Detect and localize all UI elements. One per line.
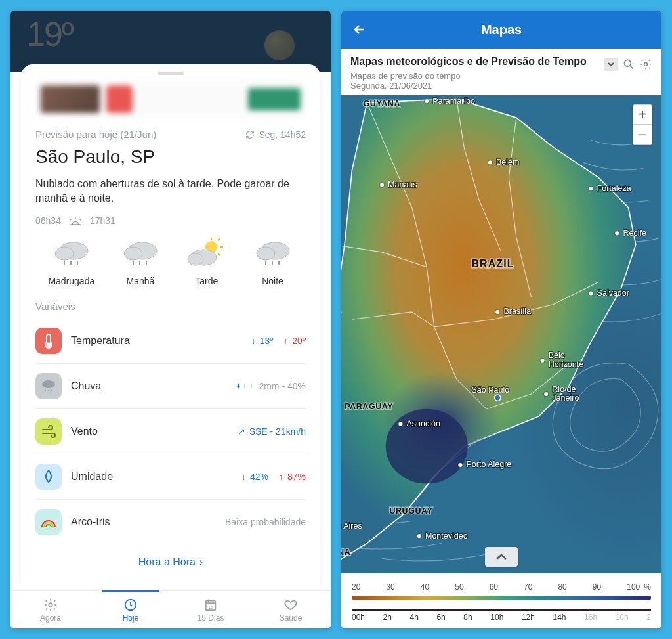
- svg-point-41: [380, 183, 385, 187]
- map-head-title: Mapas meteorológicos e de Previsão de Te…: [350, 55, 598, 68]
- cloud-drizzle-icon: [253, 238, 293, 271]
- svg-text:Porto Alegre: Porto Alegre: [467, 460, 512, 469]
- svg-text:Montevideo: Montevideo: [425, 531, 468, 540]
- wind-icon: [35, 418, 62, 445]
- background-header: 19º: [10, 11, 331, 72]
- updated-time[interactable]: Seg, 14h52: [245, 129, 306, 140]
- condition-text: Nublado com aberturas de sol à tarde. Po…: [35, 177, 306, 206]
- svg-point-24: [45, 390, 46, 391]
- map-viewport[interactable]: GUYANA BRAZIL PARAGUAY URUGUAY IVIA NTIN…: [341, 95, 662, 573]
- var-vento[interactable]: Vento ↗ SSE - 21km/h: [35, 409, 306, 454]
- map-legend: 2030405060708090100 % 00h2h4h6h8h10h12h1…: [341, 573, 662, 628]
- svg-point-22: [47, 343, 51, 346]
- svg-point-63: [417, 534, 421, 539]
- variables-label: Variáveis: [35, 301, 306, 312]
- zoom-in-button[interactable]: +: [633, 105, 652, 125]
- hora-a-hora-button[interactable]: Hora a Hora ›: [35, 544, 306, 571]
- zoom-out-button[interactable]: −: [633, 125, 652, 144]
- zoom-controls: + −: [633, 104, 652, 145]
- var-chuva[interactable]: Chuva 2mm - 40%: [35, 364, 306, 409]
- svg-point-1: [55, 247, 74, 260]
- chevron-down-icon: [607, 60, 615, 68]
- var-name: Chuva: [71, 380, 226, 392]
- map-head-sub: Mapas de previsão do tempo: [350, 71, 598, 81]
- sun-cloud-icon: [186, 238, 227, 271]
- topbar: Mapas: [341, 11, 662, 49]
- var-name: Vento: [71, 426, 228, 437]
- dropdown-button[interactable]: [604, 58, 618, 71]
- map-header: Mapas meteorológicos e de Previsão de Te…: [341, 49, 662, 95]
- sunrise-icon: [68, 215, 83, 226]
- background-sun-icon: [264, 30, 295, 60]
- svg-point-23: [42, 380, 55, 388]
- svg-text:Horizonte: Horizonte: [549, 360, 584, 369]
- humidity-icon: [35, 464, 62, 490]
- label-buenosaires: enos Aires: [341, 521, 362, 531]
- rain-icon: [35, 373, 62, 399]
- svg-text:Belém: Belém: [496, 158, 519, 167]
- period-noite[interactable]: Noite: [253, 238, 293, 286]
- tab-15dias[interactable]: 15 15 Dias: [171, 591, 251, 628]
- svg-point-39: [488, 160, 493, 165]
- svg-point-51: [540, 358, 545, 363]
- tab-agora[interactable]: Agora: [10, 591, 91, 628]
- expand-legend-button[interactable]: [485, 547, 518, 567]
- search-icon[interactable]: [622, 58, 635, 71]
- svg-line-13: [218, 238, 220, 240]
- var-temperatura[interactable]: Temperatura ↓ 13º ↑ 20º: [35, 319, 306, 364]
- gear-icon: [43, 598, 58, 612]
- day-periods: Madrugada Manhã Tarde Noite: [35, 238, 306, 286]
- period-manha[interactable]: Manhã: [120, 238, 161, 286]
- period-label: Noite: [262, 276, 284, 286]
- map-head-date: Segunda, 21/06/2021: [350, 81, 598, 91]
- drag-handle[interactable]: [158, 72, 184, 75]
- period-tarde[interactable]: Tarde: [186, 238, 227, 286]
- bottom-tabbar: Agora Hoje 15 15 Dias Saúde: [10, 590, 331, 628]
- period-madrugada[interactable]: Madrugada: [48, 238, 94, 286]
- svg-text:Brasília: Brasília: [503, 307, 531, 316]
- var-name: Arco-íris: [71, 516, 216, 528]
- sunrise-time: 06h34: [35, 215, 61, 226]
- var-name: Temperatura: [71, 335, 242, 347]
- svg-point-16: [188, 253, 203, 265]
- gear-icon[interactable]: [639, 58, 652, 71]
- svg-text:Fortaleza: Fortaleza: [597, 184, 631, 193]
- tab-hoje[interactable]: Hoje: [91, 591, 171, 628]
- svg-point-25: [48, 390, 49, 391]
- rainbow-icon: [35, 509, 62, 535]
- label-argentina: NTINA: [341, 548, 350, 557]
- arrow-up-icon: ↑: [284, 336, 288, 346]
- calendar-icon: 15: [203, 598, 218, 612]
- arrow-up-icon: ↑: [279, 472, 284, 482]
- heart-icon: [284, 598, 298, 612]
- svg-point-37: [425, 99, 429, 104]
- sunset-time: 17h31: [90, 215, 116, 226]
- svg-point-54: [544, 392, 549, 397]
- svg-text:Paramaribo: Paramaribo: [432, 97, 475, 106]
- svg-point-18: [257, 247, 275, 260]
- svg-point-27: [49, 603, 52, 607]
- cloud-drizzle-icon: [51, 238, 92, 271]
- var-arcoiris[interactable]: Arco-íris Baixa probabilidade: [35, 500, 306, 544]
- chevron-up-icon: [495, 552, 508, 562]
- svg-point-32: [644, 63, 648, 66]
- ad-banner[interactable]: [35, 80, 306, 118]
- tab-saude[interactable]: Saúde: [251, 591, 331, 628]
- forecast-screen: 19º Previsão para hoje (21/Jun) Seg, 14h…: [10, 11, 331, 628]
- svg-point-45: [615, 231, 620, 236]
- legend-gradient: [352, 596, 651, 600]
- period-label: Manhã: [127, 276, 155, 286]
- refresh-icon: [245, 130, 255, 139]
- svg-point-59: [398, 422, 403, 426]
- timeline[interactable]: 00h2h4h6h8h10h12h14h16h18h2: [352, 609, 651, 622]
- background-temp: 19º: [26, 14, 73, 54]
- cloud-drizzle-icon: [120, 238, 161, 271]
- label-brazil: BRAZIL: [472, 258, 514, 269]
- var-umidade[interactable]: Umidade ↓ 42% ↑ 87%: [35, 454, 306, 500]
- svg-text:Rio de: Rio de: [552, 385, 576, 394]
- svg-text:Asunción: Asunción: [407, 419, 440, 428]
- svg-point-43: [589, 187, 593, 191]
- clock-icon: [123, 598, 138, 612]
- label-guyana: GUYANA: [364, 99, 400, 108]
- svg-point-57: [495, 395, 501, 401]
